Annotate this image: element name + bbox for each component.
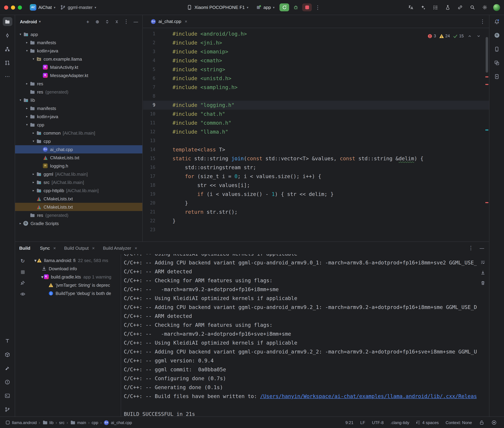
tree-item-res[interactable]: ▸res [15, 80, 142, 88]
errors-counter[interactable]: 3 [427, 32, 436, 41]
run-config-selector[interactable]: app ▾ [254, 3, 277, 11]
chevron-right-icon[interactable]: ▸ [24, 115, 29, 118]
chevron-down-icon[interactable]: ▾ [31, 57, 36, 61]
line-number[interactable]: 15 [143, 154, 155, 163]
scroll-to-end-icon[interactable] [478, 269, 487, 277]
code-line-11[interactable]: 11#include "common.h" [143, 118, 489, 127]
running-devices-tool-button[interactable] [492, 72, 502, 81]
build-console[interactable]: C/C++: -- Using KleidiAI optimized kerne… [121, 254, 477, 417]
more-tool-button[interactable]: ⋯ [3, 72, 12, 81]
line-number[interactable]: 3 [143, 47, 155, 56]
code-line-22[interactable]: 22} [143, 216, 489, 225]
tree-item-kotlin-java[interactable]: ▾kotlin+java [15, 47, 142, 55]
chevron-down-icon[interactable]: ▾ [18, 98, 23, 102]
error-stripe-mark[interactable] [485, 76, 488, 77]
tree-item-logging-h[interactable]: Hlogging.h [15, 162, 142, 170]
project-view-selector[interactable]: Android ▾ [20, 19, 41, 24]
tree-item-lib[interactable]: ▾lib [15, 96, 142, 104]
gradle-tool-button[interactable]: G [492, 31, 502, 40]
editor-options-kebab-icon[interactable]: ⋮ [479, 18, 486, 25]
line-number[interactable]: 5 [143, 65, 155, 74]
clang-tidy-widget[interactable]: .clang-tidy [388, 419, 412, 426]
breadcrumb-llama-android[interactable]: llama.android [5, 420, 37, 425]
tree-item-cmakelists-txt[interactable]: CMakeLists.txt [15, 195, 142, 203]
close-tab-icon[interactable]: × [53, 246, 56, 251]
tree-item-res[interactable]: res(generated) [15, 211, 142, 219]
chevron-down-icon[interactable]: ▾ [31, 140, 36, 143]
line-number[interactable]: 10 [143, 110, 155, 118]
code-line-13[interactable]: 13 [143, 136, 489, 145]
close-tab-icon[interactable]: × [185, 19, 187, 24]
line-number[interactable]: 7 [143, 83, 155, 92]
tree-item-cpp[interactable]: ▾cpp [15, 137, 142, 145]
build-tools-tool-button[interactable] [3, 364, 12, 373]
inspections-widget[interactable]: 3 24 15 [425, 31, 484, 41]
tree-item-ggml[interactable]: ▸ggml[AiChat.lib.main] [15, 170, 142, 178]
code-line-6[interactable]: 6#include <unistd.h> [143, 74, 489, 83]
tree-item-cmakelists-txt[interactable]: CMakeLists.txt [15, 203, 142, 211]
chevron-down-icon[interactable]: ▾ [18, 33, 23, 36]
pull-requests-tool-button[interactable] [3, 58, 12, 67]
tree-item-common[interactable]: ▸common[AiChat.lib.main] [15, 129, 142, 137]
readonly-toggle[interactable] [476, 419, 487, 426]
code-line-14[interactable]: 14template<class T> [143, 145, 489, 154]
close-tab-icon[interactable]: × [135, 246, 137, 251]
build-options-kebab-icon[interactable]: ⋮ [468, 245, 474, 251]
stop-button[interactable] [302, 3, 312, 11]
debug-button[interactable] [292, 4, 299, 11]
line-number[interactable]: 18 [143, 181, 155, 190]
minimize-window-button[interactable] [11, 5, 15, 9]
chevron-right-icon[interactable]: ▸ [31, 181, 36, 184]
terminal-tool-button[interactable] [3, 391, 12, 400]
code-line-16[interactable]: 16 std::ostringstream str; [143, 163, 489, 172]
tree-item-cpp-httplib[interactable]: ▸cpp-httplib[AiChat.lib.main] [15, 186, 142, 195]
link-button[interactable] [456, 4, 464, 11]
tree-item-cmakelists-txt[interactable]: CMakeLists.txt [15, 153, 142, 162]
tree-item-app[interactable]: ▾app [15, 30, 142, 38]
code-line-12[interactable]: 12#include "llama.h" [143, 127, 489, 136]
chevron-down-icon[interactable]: ▾ [41, 274, 43, 279]
run-options-kebab-icon[interactable]: ⋮ [315, 4, 321, 10]
close-window-button[interactable] [4, 5, 8, 9]
indent-widget[interactable]: 4 spaces [413, 419, 442, 426]
tree-item-com-example-llama[interactable]: ▾com.example.llama [15, 55, 142, 63]
caret-position-widget[interactable]: 9:21 [343, 419, 356, 426]
line-number[interactable]: 16 [143, 163, 155, 172]
problems-tool-button[interactable] [3, 378, 12, 386]
task-list-button[interactable] [431, 4, 439, 11]
line-number[interactable]: 12 [143, 127, 155, 136]
locate-file-icon[interactable]: ⊕ [94, 18, 101, 25]
run-button[interactable] [280, 3, 289, 11]
tree-item-res[interactable]: res(generated) [15, 88, 142, 96]
line-number[interactable]: 1 [143, 29, 155, 38]
code-line-23[interactable]: 23 [143, 225, 489, 234]
passed-counter[interactable]: 15 [453, 32, 464, 41]
device-manager-tool-button[interactable] [492, 45, 502, 53]
chevron-right-icon[interactable]: ▸ [18, 222, 23, 225]
line-number[interactable]: 11 [143, 118, 155, 127]
chevron-down-icon[interactable]: ▾ [34, 258, 36, 263]
code-line-20[interactable]: 20 } [143, 199, 489, 208]
build-tab-build-analyzer[interactable]: Build Analyzer× [99, 244, 141, 252]
error-stripe-mark[interactable] [485, 202, 488, 203]
breadcrumb-src[interactable]: src [59, 420, 64, 425]
tree-item-src[interactable]: ▸src[AiChat.lib.main] [15, 178, 142, 186]
code-line-7[interactable]: 7#include <sampling.h> [143, 83, 489, 92]
expand-all-icon[interactable] [104, 18, 110, 25]
commit-tool-button[interactable] [3, 31, 12, 40]
chevron-right-icon[interactable]: ▸ [31, 131, 36, 135]
tree-item-manifests[interactable]: ▸manifests [15, 104, 142, 112]
build-tab-build-output[interactable]: Build Output× [61, 244, 98, 252]
build-event-download-info[interactable]: Download info [30, 264, 121, 273]
vcs-branch-widget[interactable]: ggml-master ▾ [58, 3, 99, 11]
version-control-tool-button[interactable] [3, 405, 12, 414]
search-button[interactable] [469, 4, 476, 11]
settings-button[interactable] [481, 4, 488, 11]
zoom-window-button[interactable] [18, 5, 22, 9]
console-link[interactable]: /Users/hanyin/Workspace/ai-chat/examples… [260, 393, 477, 399]
line-number[interactable]: 4 [143, 56, 155, 65]
line-number[interactable]: 22 [143, 216, 155, 225]
code-editor[interactable]: 3 24 15 1#include <android/log.h>2#inclu… [143, 28, 489, 241]
code-line-9[interactable]: 9#include "logging.h" [143, 101, 489, 110]
line-number[interactable]: 14 [143, 145, 155, 154]
